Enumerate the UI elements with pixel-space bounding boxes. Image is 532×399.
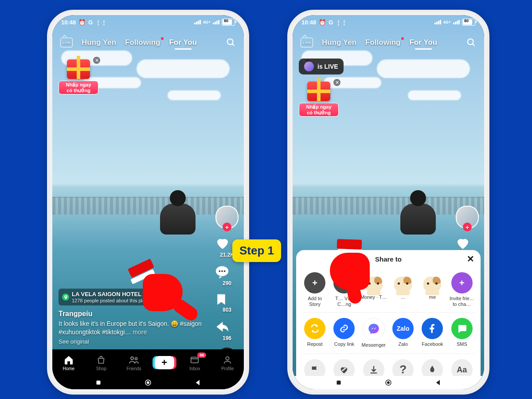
- phone-left: 10:48 ⏰ G ⋮⋮ 4G+ 80 LIVE Hung Yen Follow…: [47, 10, 249, 395]
- share-button[interactable]: 196: [215, 319, 239, 341]
- svg-point-7: [135, 357, 137, 360]
- android-statusbar: 10:48 ⏰ G ⋮⋮ 4G+ 80: [52, 15, 244, 29]
- share-add-to-story[interactable]: +Add to Story: [301, 272, 328, 307]
- share-sheet: Share to ✕ +Add to Story T… Văn C…ng Mon…: [293, 148, 484, 389]
- video-caption[interactable]: It looks like it's in Europe but it's Sa…: [59, 320, 206, 336]
- close-icon[interactable]: ✕: [467, 254, 474, 264]
- close-icon[interactable]: ✕: [333, 79, 340, 86]
- share-contact-3[interactable]: …: [390, 272, 416, 307]
- nav-friends[interactable]: Friends: [121, 355, 147, 371]
- live-button-icon[interactable]: LIVE: [60, 38, 73, 47]
- friends-icon: [129, 355, 139, 365]
- share-title: Share to: [375, 255, 402, 263]
- recent-apps-icon[interactable]: [335, 379, 343, 387]
- profile-icon: [222, 355, 233, 365]
- svg-rect-8: [191, 357, 199, 363]
- comment-button[interactable]: 290: [215, 264, 239, 286]
- tab-for-you[interactable]: For You: [169, 38, 197, 47]
- status-time: 10:48: [301, 19, 316, 26]
- action-rail: + 21.2K 290 803 196: [215, 206, 239, 374]
- google-icon: G: [88, 19, 93, 26]
- tab-following[interactable]: Following: [365, 38, 400, 47]
- see-original[interactable]: See original: [59, 338, 206, 345]
- feed-tabs: LIVE Hung Yen Following For You: [52, 33, 244, 52]
- nav-shop[interactable]: Shop: [88, 355, 114, 371]
- svg-point-3: [219, 270, 220, 272]
- tab-for-you[interactable]: For You: [409, 38, 437, 47]
- share-messenger[interactable]: Messenger: [360, 318, 387, 348]
- share-invite-friends[interactable]: +Invite frie… to cha…: [449, 272, 475, 307]
- share-row-contacts: +Add to Story T… Văn C…ng Money · T… … m…: [296, 268, 481, 311]
- svg-point-4: [221, 270, 223, 272]
- video-subject-person: [156, 190, 196, 239]
- svg-point-13: [468, 39, 473, 45]
- comment-count: 290: [215, 280, 239, 286]
- share-count: 196: [215, 335, 239, 341]
- share-contact-1[interactable]: T… Văn C…ng: [331, 272, 357, 307]
- promo-banner[interactable]: ✕ Nhấp ngaycó thưởng: [59, 59, 98, 94]
- step-badge: Step 1: [232, 239, 281, 262]
- share-facebook[interactable]: Facebook: [419, 318, 446, 348]
- svg-point-0: [227, 39, 233, 45]
- nav-home[interactable]: Home: [55, 355, 82, 371]
- svg-point-9: [226, 356, 229, 360]
- recent-apps-icon[interactable]: [94, 379, 102, 387]
- author-avatar[interactable]: +: [215, 206, 239, 229]
- share-zalo[interactable]: ZaloZalo: [390, 318, 416, 348]
- phone-right: 10:48 ⏰G⋮⋮ 4G+ 80 LIVE Hung Yen Followin…: [287, 10, 489, 395]
- alarm-icon: ⏰: [78, 19, 86, 26]
- search-icon[interactable]: [466, 38, 476, 47]
- caption-block: LA VELA SAIGON HOTEL · Dis… 1278 people …: [59, 289, 206, 345]
- home-softkey-icon[interactable]: [144, 379, 152, 387]
- tab-following[interactable]: Following: [125, 38, 160, 47]
- network-label: 4G+: [203, 20, 211, 24]
- signal-icon: [194, 20, 201, 24]
- tab-hung-yen[interactable]: Hung Yen: [322, 38, 356, 47]
- location-chip[interactable]: LA VELA SAIGON HOTEL · Dis… 1278 people …: [59, 289, 164, 305]
- home-softkey-icon[interactable]: [384, 379, 392, 387]
- svg-line-14: [473, 44, 475, 46]
- gift-icon: [307, 82, 330, 101]
- caption-more[interactable]: more: [133, 329, 147, 336]
- screen-left: 10:48 ⏰ G ⋮⋮ 4G+ 80 LIVE Hung Yen Follow…: [52, 15, 244, 389]
- plus-icon: +: [155, 356, 174, 369]
- android-softkeys: [52, 376, 244, 389]
- share-sheet-header: Share to ✕: [296, 250, 481, 268]
- tab-hung-yen[interactable]: Hung Yen: [82, 38, 116, 47]
- author-username[interactable]: Trangpeiu: [59, 310, 206, 318]
- svg-line-1: [232, 44, 235, 46]
- svg-point-5: [224, 270, 226, 272]
- svg-rect-15: [336, 381, 340, 385]
- share-row-apps: Repost Copy link Messenger ZaloZalo Face…: [296, 313, 481, 352]
- tutorial-canvas: { "statusbar": { "time": "10:48", "netwo…: [0, 0, 532, 399]
- back-icon[interactable]: [194, 379, 202, 387]
- feed-tabs: LIVE Hung Yen Following For You: [293, 33, 484, 52]
- battery-icon: 80: [222, 19, 235, 26]
- share-contact-me[interactable]: me: [419, 272, 446, 307]
- share-repost[interactable]: Repost: [301, 318, 328, 348]
- svg-point-6: [131, 357, 133, 360]
- live-button-icon[interactable]: LIVE: [301, 38, 313, 47]
- share-contact-2[interactable]: Money · T…: [360, 272, 387, 307]
- live-avatar-icon: [304, 62, 314, 71]
- share-sms[interactable]: SMS: [449, 318, 475, 348]
- svg-point-12: [147, 382, 149, 384]
- search-icon[interactable]: [226, 38, 236, 47]
- promo-banner[interactable]: ✕ Nhấp ngaycó thưởng: [299, 82, 339, 117]
- nav-inbox[interactable]: 66 Inbox: [181, 355, 208, 371]
- signal2-icon: [213, 20, 219, 24]
- home-icon: [63, 355, 74, 365]
- close-icon[interactable]: ✕: [93, 57, 100, 64]
- nav-create[interactable]: +: [153, 356, 176, 369]
- location-name: LA VELA SAIGON HOTEL · Dis…: [72, 291, 161, 297]
- save-button[interactable]: 803: [215, 293, 239, 313]
- is-live-toast[interactable]: is LIVE: [299, 59, 344, 74]
- android-statusbar: 10:48 ⏰G⋮⋮ 4G+ 80: [293, 15, 484, 29]
- screen-right: 10:48 ⏰G⋮⋮ 4G+ 80 LIVE Hung Yen Followin…: [293, 15, 484, 389]
- back-icon[interactable]: [434, 379, 442, 387]
- inbox-badge: 66: [197, 352, 206, 358]
- share-copy-link[interactable]: Copy link: [331, 318, 357, 348]
- svg-point-17: [387, 382, 390, 384]
- nav-profile[interactable]: Profile: [214, 355, 241, 371]
- gift-icon: [67, 59, 90, 79]
